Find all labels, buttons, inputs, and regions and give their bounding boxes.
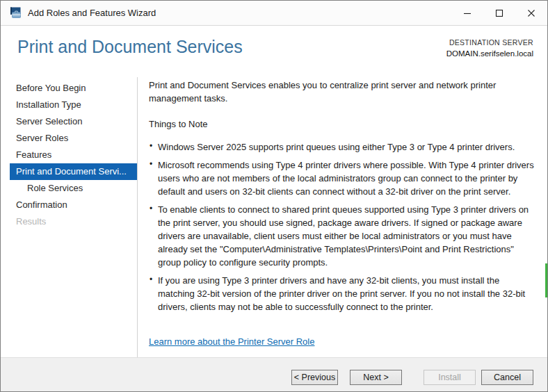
note-item: Microsoft recommends using Type 4 printe… bbox=[149, 158, 537, 198]
close-button[interactable] bbox=[515, 1, 547, 25]
wizard-step-item[interactable]: Before You Begin bbox=[10, 80, 137, 97]
wizard-step-item: Results bbox=[10, 213, 137, 230]
cancel-button[interactable]: Cancel bbox=[481, 370, 533, 385]
sidebar-divider bbox=[137, 77, 138, 357]
page-title: Print and Document Services bbox=[17, 37, 243, 57]
note-item: To enable clients to connect to shared p… bbox=[149, 203, 537, 269]
title-bar[interactable]: Add Roles and Features Wizard bbox=[1, 1, 547, 26]
previous-button[interactable]: < Previous bbox=[291, 370, 338, 385]
next-button[interactable]: Next > bbox=[350, 370, 402, 385]
wizard-window: Add Roles and Features Wizard Print and … bbox=[0, 0, 548, 392]
wizard-step-item[interactable]: Role Services bbox=[10, 180, 137, 197]
destination-server-value: DOMAIN.serifselen.local bbox=[446, 48, 533, 60]
note-item: Windows Server 2025 supports print queue… bbox=[149, 140, 537, 154]
destination-server-label: DESTINATION SERVER bbox=[446, 38, 533, 48]
wizard-step-item[interactable]: Server Roles bbox=[10, 130, 137, 147]
wizard-step-item[interactable]: Features bbox=[10, 147, 137, 163]
wizard-step-item[interactable]: Installation Type bbox=[10, 97, 137, 113]
maximize-button[interactable] bbox=[483, 1, 515, 25]
wizard-steps-nav: Before You BeginInstallation TypeServer … bbox=[10, 80, 137, 230]
wizard-step-item[interactable]: Server Selection bbox=[10, 113, 137, 130]
screen-edge-artifact bbox=[545, 263, 547, 297]
page-content: Print and Document Services enables you … bbox=[149, 77, 537, 318]
note-item: If you are using Type 3 printer drivers … bbox=[149, 274, 537, 313]
minimize-button[interactable] bbox=[451, 1, 483, 25]
server-manager-icon bbox=[10, 7, 22, 19]
things-to-note-heading: Things to Note bbox=[149, 117, 537, 131]
footer-bar: < Previous Next > Install Cancel bbox=[1, 357, 547, 392]
learn-more-link[interactable]: Learn more about the Printer Server Role bbox=[149, 336, 314, 347]
window-controls bbox=[451, 1, 547, 25]
install-button: Install bbox=[424, 370, 476, 385]
wizard-step-item[interactable]: Print and Document Servi... bbox=[10, 163, 137, 180]
destination-server-block: DESTINATION SERVER DOMAIN.serifselen.loc… bbox=[446, 38, 533, 60]
window-title: Add Roles and Features Wizard bbox=[28, 8, 156, 18]
wizard-step-item[interactable]: Confirmation bbox=[10, 197, 137, 213]
notes-list: Windows Server 2025 supports print queue… bbox=[149, 140, 537, 313]
intro-text: Print and Document Services enables you … bbox=[149, 79, 537, 105]
